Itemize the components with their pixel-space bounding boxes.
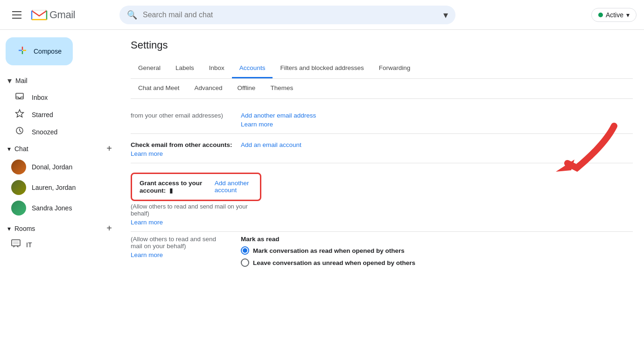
grant-access-desc2: mail on your behalf) xyxy=(131,243,186,250)
contact-name-donal: Donal, Jordan xyxy=(32,163,72,171)
compose-icon xyxy=(17,45,28,56)
chat-section-left: ▾ Chat xyxy=(7,145,28,153)
subtab-chat-meet[interactable]: Chat and Meet xyxy=(131,79,187,98)
rooms-section-left: ▾ Rooms xyxy=(7,225,35,232)
add-another-account-link[interactable]: Add another account xyxy=(215,180,252,194)
grant-access-desc-overflow: (Allow others to read and send xyxy=(131,236,216,243)
search-dropdown-icon[interactable]: ▾ xyxy=(443,9,448,21)
gmail-logo: Gmail xyxy=(31,7,75,23)
active-status-badge[interactable]: Active ▾ xyxy=(591,8,637,22)
radio-mark-read-circle xyxy=(241,246,249,255)
cursor-indicator: ▮ xyxy=(169,187,173,194)
sidebar-item-inbox[interactable]: Inbox xyxy=(0,89,114,106)
grant-access-row: Grant access to your account: ▮ Add anot… xyxy=(131,163,633,231)
rooms-chevron-icon: ▾ xyxy=(7,225,11,232)
chat-add-icon[interactable]: + xyxy=(106,143,112,154)
tab-forwarding[interactable]: Forwarding xyxy=(371,59,418,78)
active-status-label: Active xyxy=(606,11,623,19)
starred-icon xyxy=(15,109,24,120)
snoozed-icon xyxy=(15,126,24,138)
mark-read-learn-more-link[interactable]: Learn more xyxy=(131,251,233,258)
inbox-label: Inbox xyxy=(32,94,48,101)
sidebar: Compose ▾ Mail Inbox Starred xyxy=(0,30,119,362)
check-email-label: Check email from other accounts: xyxy=(131,141,232,148)
main-content: Settings General Labels Inbox Accounts F… xyxy=(119,30,644,362)
svg-marker-7 xyxy=(16,110,24,117)
chat-chevron-icon: ▾ xyxy=(7,145,11,153)
starred-label: Starred xyxy=(32,111,53,118)
tab-accounts[interactable]: Accounts xyxy=(232,59,273,78)
search-icon: 🔍 xyxy=(127,10,137,20)
send-mail-value-col: Add another email address Learn more xyxy=(241,112,633,128)
search-input[interactable] xyxy=(143,11,438,19)
rooms-section-header[interactable]: ▾ Rooms + xyxy=(0,220,119,237)
tab-filters[interactable]: Filters and blocked addresses xyxy=(273,59,371,78)
radio-leave-unread[interactable]: Leave conversation as unread when opened… xyxy=(241,258,633,267)
grant-access-desc: (Allow others to read and send mail on y… xyxy=(131,203,248,217)
avatar-sandra xyxy=(11,201,26,216)
tab-general[interactable]: General xyxy=(131,59,168,78)
send-mail-learn-more-link[interactable]: Learn more xyxy=(241,121,633,128)
room-it-label: IT xyxy=(26,241,32,249)
chat-section-header[interactable]: ▾ Chat + xyxy=(0,140,119,157)
mark-as-read-label-col: (Allow others to read and send mail on y… xyxy=(131,236,233,258)
check-email-row: Check email from other accounts: Learn m… xyxy=(131,133,633,163)
mail-section-label: Mail xyxy=(15,77,28,84)
subtab-themes[interactable]: Themes xyxy=(263,79,301,98)
contact-name-lauren: Lauren, Jordan xyxy=(32,184,76,191)
mark-as-read-row: (Allow others to read and send mail on y… xyxy=(131,231,633,272)
mark-as-read-value-col: Mark as read Mark conversation as read w… xyxy=(241,236,633,267)
active-status-dot xyxy=(598,13,603,17)
send-mail-label-col: from your other email addresses) xyxy=(131,112,233,119)
compose-plus-icon xyxy=(17,45,28,58)
subtab-offline[interactable]: Offline xyxy=(230,79,263,98)
radio-leave-unread-label: Leave conversation as unread when opened… xyxy=(253,259,415,266)
header-right: Active ▾ xyxy=(591,8,637,22)
compose-button[interactable]: Compose xyxy=(6,37,73,65)
settings-tabs: General Labels Inbox Accounts Filters an… xyxy=(131,59,633,79)
active-chevron-icon: ▾ xyxy=(626,11,630,19)
chat-section-label: Chat xyxy=(14,145,28,153)
rooms-add-icon[interactable]: + xyxy=(106,223,112,234)
search-bar: 🔍 ▾ xyxy=(119,6,455,24)
gmail-text: Gmail xyxy=(49,9,75,21)
tab-labels[interactable]: Labels xyxy=(168,59,202,78)
tab-inbox[interactable]: Inbox xyxy=(202,59,232,78)
rooms-section-label: Rooms xyxy=(14,225,35,232)
chat-contact-sandra[interactable]: Sandra Jones xyxy=(0,198,114,218)
send-mail-desc: from your other email addresses) xyxy=(131,112,223,119)
check-email-learn-more-link[interactable]: Learn more xyxy=(131,150,233,157)
grant-access-learn-more-link[interactable]: Learn more xyxy=(131,219,261,226)
grant-access-label-col: Grant access to your account: ▮ Add anot… xyxy=(131,171,261,226)
sidebar-item-starred[interactable]: Starred xyxy=(0,106,114,123)
compose-label: Compose xyxy=(34,48,62,55)
radio-mark-read-label: Mark conversation as read when opened by… xyxy=(253,247,405,254)
settings-subtabs: Chat and Meet Advanced Offline Themes xyxy=(131,79,633,99)
gmail-m-icon xyxy=(31,7,48,23)
radio-leave-unread-circle xyxy=(241,258,249,267)
radio-mark-read[interactable]: Mark conversation as read when opened by… xyxy=(241,246,633,255)
avatar-lauren xyxy=(11,180,26,195)
header-left: Gmail xyxy=(7,6,110,24)
send-mail-row: from your other email addresses) Add ano… xyxy=(131,106,633,133)
grant-access-text-col: Grant access to your account: ▮ xyxy=(140,180,203,194)
main-layout: Compose ▾ Mail Inbox Starred xyxy=(0,30,644,362)
mail-section-header[interactable]: ▾ Mail xyxy=(0,73,119,89)
chat-contact-donal[interactable]: Donal, Jordan xyxy=(0,157,114,177)
app-header: Gmail 🔍 ▾ Active ▾ xyxy=(0,0,644,30)
inbox-icon xyxy=(15,91,24,103)
chat-contact-lauren[interactable]: Lauren, Jordan xyxy=(0,177,114,198)
sidebar-item-snoozed[interactable]: Snoozed xyxy=(0,123,114,140)
mail-chevron-icon: ▾ xyxy=(7,76,12,86)
room-item-it[interactable]: IT xyxy=(0,237,114,253)
hamburger-menu-button[interactable] xyxy=(7,6,26,24)
radio-group-mark-read: Mark conversation as read when opened by… xyxy=(241,246,633,267)
add-email-account-link[interactable]: Add an email account xyxy=(241,141,301,148)
subtab-advanced[interactable]: Advanced xyxy=(187,79,230,98)
add-email-address-link[interactable]: Add another email address xyxy=(241,112,316,119)
check-email-label-col: Check email from other accounts: Learn m… xyxy=(131,141,233,157)
avatar-donal xyxy=(11,160,26,174)
mark-as-read-label: Mark as read xyxy=(241,236,280,243)
settings-title: Settings xyxy=(131,39,633,51)
grant-access-box: Grant access to your account: ▮ Add anot… xyxy=(131,173,261,201)
